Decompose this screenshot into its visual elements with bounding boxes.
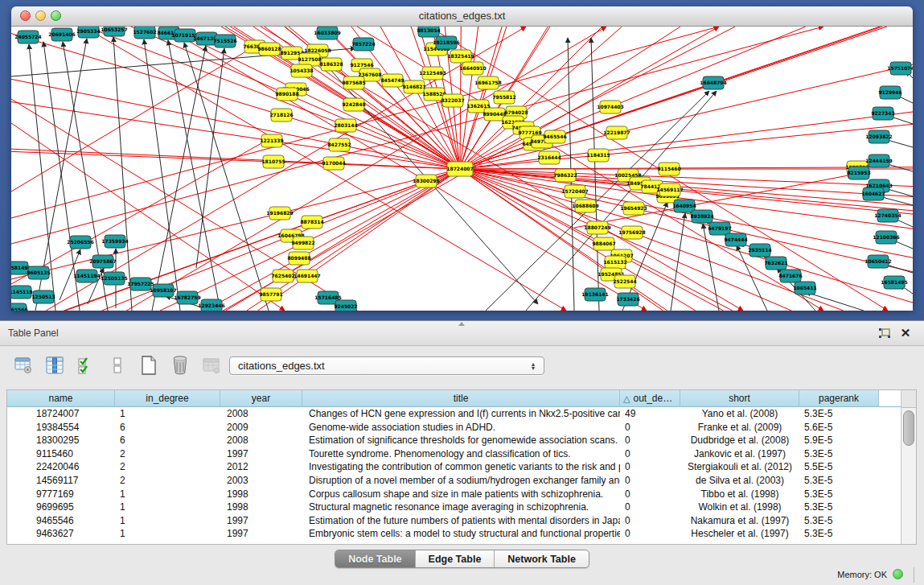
column-visibility-icon[interactable] xyxy=(44,355,65,376)
table-header-row: namein_degreeyeartitle△out_de…shortpager… xyxy=(7,390,916,407)
column-header-short[interactable]: short xyxy=(680,390,799,407)
table-panel: Table Panel ✕ xyxy=(0,320,924,585)
table-cell: 2 xyxy=(115,474,220,488)
table-cell: 2012 xyxy=(220,460,302,474)
graph-node-label: 2718126 xyxy=(269,112,293,117)
graph-node-label: 7632621 xyxy=(764,260,787,266)
graph-node-label: 8878314 xyxy=(300,219,323,225)
table-cell: 14569117 xyxy=(7,474,115,488)
graph-node-label: 9474444 xyxy=(724,237,747,242)
table-cell: Investigating the contribution of common… xyxy=(302,460,620,474)
table-cell: 1998 xyxy=(220,488,302,501)
table-cell: 1998 xyxy=(220,501,302,514)
graph-node-label: 9884067 xyxy=(592,241,615,246)
new-table-icon[interactable] xyxy=(138,355,159,376)
graph-node-label: 10958107 xyxy=(150,287,176,293)
graph-node-label: 9890188 xyxy=(275,91,298,97)
graph-edge xyxy=(617,64,913,133)
attribute-table: namein_degreeyeartitle△out_de…shortpager… xyxy=(6,389,917,545)
column-header-out-de-[interactable]: △out_de… xyxy=(620,390,680,407)
select-all-icon[interactable] xyxy=(76,355,97,376)
table-cell: 2009 xyxy=(220,421,302,435)
table-row[interactable]: 2242004622012Investigating the contribut… xyxy=(7,460,901,474)
table-vertical-scrollbar[interactable] xyxy=(901,390,916,544)
close-panel-icon[interactable]: ✕ xyxy=(898,326,913,340)
table-cell: 5.5E-5 xyxy=(799,460,879,474)
column-header-title[interactable]: title xyxy=(302,390,620,407)
column-header-label: out_de… xyxy=(633,393,672,404)
graph-node-label: 1065411 xyxy=(793,285,816,290)
graph-node-label: 12923446 xyxy=(198,303,224,308)
window-titlebar[interactable]: citations_edges.txt xyxy=(11,6,913,27)
graph-node-label: 18807249 xyxy=(584,225,610,230)
table-row[interactable]: 1456911722003Disruption of a novel membe… xyxy=(7,474,901,488)
table-row[interactable]: 911546021997Tourette syndrome. Phenomeno… xyxy=(7,447,901,461)
table-row[interactable]: 946362711997Embryonic stem cells: a mode… xyxy=(7,527,901,541)
table-cell: Tibbo et al. (1998) xyxy=(680,488,799,501)
deselect-all-icon[interactable] xyxy=(107,355,128,376)
column-header-pagerank[interactable]: pagerank xyxy=(799,390,879,407)
table-row[interactable]: 946554611997Estimation of the future num… xyxy=(7,514,901,528)
table-cell: Structural magnetic resonance image aver… xyxy=(302,501,620,514)
graph-node-label: 7986322 xyxy=(553,172,577,178)
table-cell: 5.9E-5 xyxy=(799,434,879,447)
graph-edge xyxy=(460,169,615,262)
graph-node-label: 9127508 xyxy=(298,56,321,62)
table-row[interactable]: 1938455462009Genome-wide association stu… xyxy=(7,421,901,435)
memory-status-indicator[interactable] xyxy=(893,569,903,579)
column-header-name[interactable]: name xyxy=(7,390,115,407)
graph-node-label: 15751074 xyxy=(887,65,913,71)
table-cell: 0 xyxy=(620,474,680,488)
table-select-dropdown[interactable]: citations_edges.txt ▲▼ xyxy=(229,356,544,375)
graph-node-label: 15720407 xyxy=(561,188,588,194)
graph-node-label: 7857224 xyxy=(351,41,375,47)
graph-edge xyxy=(11,151,273,162)
table-cell: 0 xyxy=(620,421,680,435)
graph-node-label: 1615132 xyxy=(603,259,626,265)
column-header-in-degree[interactable]: in_degree xyxy=(115,390,220,407)
import-table-icon[interactable] xyxy=(201,355,222,376)
table-row[interactable]: 1872400712008Changes of HCN gene express… xyxy=(7,407,901,421)
graph-node-label: 8454749 xyxy=(380,77,404,83)
graph-edge xyxy=(610,27,806,107)
scrollbar-thumb[interactable] xyxy=(903,410,914,446)
graph-node-label: 18226058 xyxy=(304,47,331,53)
table-cell: 2 xyxy=(115,460,220,474)
table-row[interactable]: 1830029562008Estimation of significance … xyxy=(7,434,901,447)
table-cell: 0 xyxy=(620,514,680,528)
delete-table-icon[interactable] xyxy=(170,355,191,376)
graph-node-label: 7955812 xyxy=(492,94,515,100)
graph-node-label: 9605135 xyxy=(27,270,50,275)
graph-node-label: 2522544 xyxy=(613,278,636,284)
table-cell: 9465546 xyxy=(7,514,115,528)
table-row[interactable]: 969969511998Structural magnetic resonanc… xyxy=(7,501,901,514)
graph-node-label: 8813054 xyxy=(417,27,440,33)
graph-node-label: 18300295 xyxy=(413,178,439,183)
graph-node-label: 16640910 xyxy=(459,65,486,71)
sort-ascending-icon: △ xyxy=(623,393,630,404)
graph-edge xyxy=(598,124,913,155)
graph-node-label: 6479197 xyxy=(708,225,731,231)
network-canvas[interactable]: 7663822986012889129541822605891275081054… xyxy=(11,27,913,311)
table-cell: 18724007 xyxy=(7,407,115,421)
table-cell: Yano et al. (2008) xyxy=(680,407,799,421)
table-settings-icon[interactable] xyxy=(13,355,34,376)
table-cell: Wolkin et al. (1998) xyxy=(680,501,799,514)
graph-node-label: 9777169 xyxy=(518,130,541,135)
graph-edge xyxy=(460,68,473,169)
graph-node-label: 8471676 xyxy=(778,273,802,278)
graph-node-label: 12505135 xyxy=(101,275,127,281)
graph-node-label: 12125493 xyxy=(419,70,446,76)
graph-node-label: 19218596 xyxy=(433,39,459,45)
graph-edge xyxy=(460,56,461,169)
graph-node-label: 1733426 xyxy=(616,296,639,302)
float-panel-icon[interactable] xyxy=(877,326,892,340)
graph-node-label: 9115460 xyxy=(657,166,680,171)
table-cell: 0 xyxy=(620,527,680,541)
column-header-year[interactable]: year xyxy=(220,390,302,407)
table-cell: Stergiakouli et al. (2012) xyxy=(680,460,799,474)
graph-node-label: 17957225 xyxy=(127,281,154,286)
panel-splitter-handle[interactable] xyxy=(458,322,465,326)
table-row[interactable]: 977716911998Corpus callosum shape and si… xyxy=(7,488,901,501)
graph-node-label: 9499822 xyxy=(291,240,314,245)
